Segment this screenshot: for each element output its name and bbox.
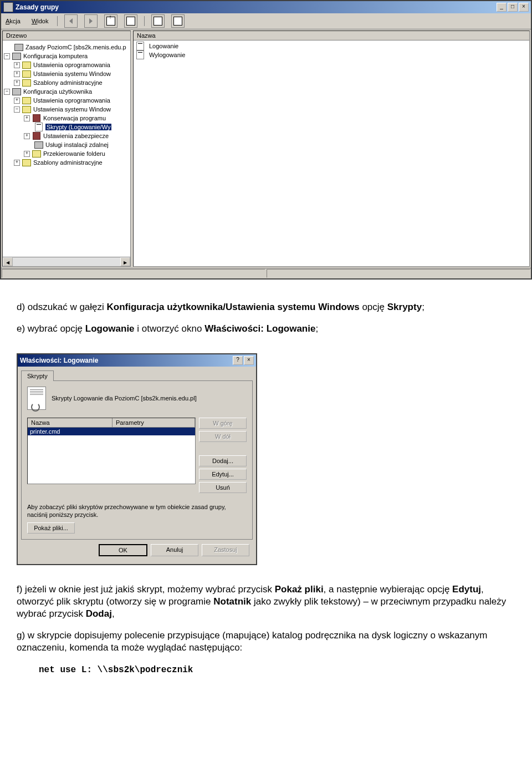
dlg-titlebar: Właściwości: Logowanie ? × (18, 354, 256, 367)
tree-comp-soft[interactable]: Ustawienia oprogramowania (33, 62, 110, 68)
forward-button[interactable] (84, 14, 98, 28)
menubar: AAkcjakcja WidokWidok ↑ (1, 13, 531, 29)
tree-przekier[interactable]: Przekierowanie folderu (43, 150, 105, 157)
toolbar-btn-b[interactable] (171, 14, 185, 28)
toolbar-btn-a[interactable] (151, 14, 165, 28)
script-header: Skrypty Logowanie dla PoziomC [sbs2k.men… (27, 387, 247, 410)
menu-widok[interactable]: WidokWidok (29, 17, 51, 26)
apply-button[interactable]: Zastosuj (202, 544, 249, 556)
tree-pane: Drzewo Zasady PoziomC [sbs2k.menis.edu.p… (2, 31, 131, 267)
help-button[interactable]: ? (233, 356, 243, 365)
document-text: d) odszukać w gałęzi Konfiguracja użytko… (0, 288, 532, 348)
close-button[interactable]: × (519, 3, 529, 12)
dlg-title: Właściwości: Logowanie (20, 357, 233, 364)
list-item-logowanie[interactable]: Logowanie (134, 42, 529, 50)
add-button[interactable]: Dodaj... (199, 455, 247, 466)
tree-skrypty[interactable]: Skrypty (Logowanie/Wy (45, 124, 111, 130)
tree-user-win[interactable]: Ustawienia systemu Window (33, 106, 111, 113)
menu-akcja[interactable]: AAkcjakcja (3, 17, 23, 26)
tree-konserwacja[interactable]: Konserwacja programu (43, 115, 106, 121)
command-text: net use L: \\sbs2k\podrecznik (39, 665, 193, 675)
tree-zabezp[interactable]: Ustawienia zabezpiecze (43, 133, 109, 139)
group-policy-window: Zasady grupy _ □ × AAkcjakcja WidokWidok… (0, 0, 532, 280)
scroll-left-button[interactable] (3, 257, 13, 266)
document-text-2: f) jeżeli w oknie jest już jakiś skrypt,… (0, 571, 532, 689)
delete-button[interactable]: Usuń (199, 482, 247, 493)
show-files-button[interactable]: Pokaż pliki... (27, 522, 75, 534)
minimize-button[interactable]: _ (497, 3, 507, 12)
window-buttons: _ □ × (497, 3, 529, 12)
maximize-button[interactable]: □ (508, 3, 518, 12)
scripts-area: Nazwa Parametry printer.cmd W górę W dół… (27, 418, 247, 493)
side-buttons: W górę W dół Dodaj... Edytuj... Usuń (199, 418, 247, 493)
script-desc: Skrypty Logowanie dla PoziomC [sbs2k.men… (52, 395, 197, 402)
refresh-button[interactable] (124, 14, 137, 28)
dlg-body: Skrypty Skrypty Logowanie dla PoziomC [s… (18, 367, 256, 564)
up-button[interactable]: W górę (199, 418, 247, 429)
cancel-button[interactable]: Anuluj (151, 544, 198, 556)
titlebar: Zasady grupy _ □ × (1, 1, 531, 13)
tree-hscroll[interactable] (3, 257, 130, 266)
dlg-close-button[interactable]: × (244, 356, 254, 365)
tree-header: Drzewo (3, 31, 130, 40)
script-icon (136, 51, 145, 59)
window-title: Zasady grupy (16, 3, 497, 11)
list-pane: Nazwa Logowanie Wylogowanie (133, 31, 530, 267)
script-large-icon (27, 387, 46, 410)
tab-page: Skrypty Logowanie dla PoziomC [sbs2k.men… (21, 380, 253, 540)
list-header-row: Nazwa Parametry (28, 418, 195, 428)
tree-computer-config[interactable]: Konfiguracja komputera (23, 53, 88, 59)
tree-comp-win[interactable]: Ustawienia systemu Window (33, 70, 111, 77)
col-name[interactable]: Nazwa (28, 418, 112, 427)
properties-dialog: Właściwości: Logowanie ? × Skrypty Skryp… (17, 353, 257, 565)
help-text: Aby zobaczyć pliki skryptów przechowywan… (27, 503, 247, 519)
script-list[interactable]: Nazwa Parametry printer.cmd (27, 418, 196, 484)
down-button[interactable]: W dół (199, 431, 247, 442)
tree-user-soft[interactable]: Ustawienia oprogramowania (33, 97, 110, 104)
tree-user-config[interactable]: Konfiguracja użytkownika (23, 88, 92, 95)
script-row[interactable]: printer.cmd (28, 428, 195, 435)
tree[interactable]: Zasady PoziomC [sbs2k.menis.edu.p −Konfi… (3, 40, 130, 257)
tree-user-admin[interactable]: Szablony administracyjne (33, 159, 103, 166)
list-header: Nazwa (134, 31, 529, 40)
main-area: Drzewo Zasady PoziomC [sbs2k.menis.edu.p… (1, 29, 531, 268)
back-button[interactable] (64, 14, 78, 28)
app-icon (3, 2, 13, 12)
scroll-right-button[interactable] (120, 257, 130, 266)
statusbar (1, 268, 531, 278)
tree-comp-admin[interactable]: Szablony administracyjne (33, 79, 103, 86)
script-icon (136, 42, 145, 50)
ok-button[interactable]: OK (99, 544, 147, 556)
col-param[interactable]: Parametry (112, 418, 195, 427)
tree-root[interactable]: Zasady PoziomC [sbs2k.menis.edu.p (25, 44, 126, 50)
dialog-buttons: OK Anuluj Zastosuj (21, 540, 253, 561)
list-item-wylogowanie[interactable]: Wylogowanie (134, 50, 529, 59)
edit-button[interactable]: Edytuj... (199, 469, 247, 480)
tab-skrypty[interactable]: Skrypty (21, 370, 54, 381)
tree-uslugi[interactable]: Usługi instalacji zdalnej (45, 141, 109, 148)
up-button[interactable]: ↑ (104, 14, 117, 28)
